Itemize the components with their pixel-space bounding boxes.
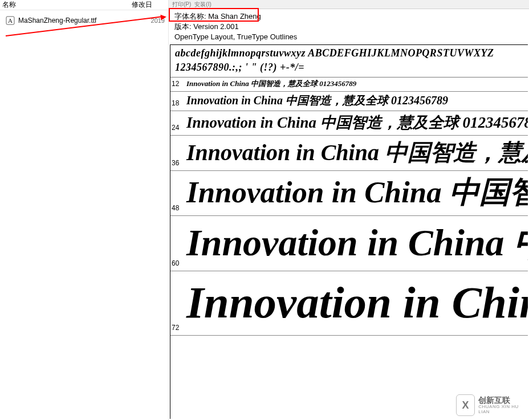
- sample-row: 18Innovation in China 中国智造，慧及全球 01234567…: [170, 92, 528, 111]
- sample-size-label: 12: [170, 80, 184, 90]
- watermark-mark-icon: X: [456, 394, 475, 416]
- sample-size-label: 72: [170, 324, 184, 334]
- font-name-value: Ma Shan Zheng: [208, 12, 261, 21]
- sample-text: Innovation in China 中: [184, 272, 528, 334]
- sample-row: 60Innovation in China 中国: [170, 216, 528, 271]
- file-year: 2019: [145, 17, 168, 24]
- svg-text:A: A: [8, 17, 13, 24]
- font-version-line: 版本: Version 2.001: [174, 22, 523, 32]
- sample-rows-container: 12Innovation in China 中国智造，慧及全球 01234567…: [170, 78, 528, 336]
- column-header-modified[interactable]: 修改日: [132, 0, 166, 10]
- watermark-cn: 创新互联: [478, 396, 524, 405]
- font-name-label: 字体名称:: [174, 12, 206, 21]
- font-preview-area: abcdefghijklmnopqrstuvwxyz ABCDEFGHIJKLM…: [170, 44, 528, 419]
- sample-row: 72Innovation in China 中: [170, 271, 528, 336]
- sample-row: 24Innovation in China 中国智造，慧及全球 01234567…: [170, 111, 528, 136]
- font-version-label: 版本:: [174, 22, 192, 31]
- font-version-value: Version 2.001: [193, 22, 239, 31]
- watermark-logo: X 创新互联 CHUANG XIN HU LIAN: [456, 394, 524, 417]
- charset-line-2: 1234567890.:,; ' " (!?) +-*/=: [170, 59, 528, 74]
- sample-row: 12Innovation in China 中国智造，慧及全球 01234567…: [170, 78, 528, 92]
- sample-text: Innovation in China 中国: [184, 217, 528, 270]
- font-tech-line: OpenType Layout, TrueType Outlines: [174, 32, 523, 42]
- font-file-icon: A: [6, 16, 15, 25]
- font-info-block: 字体名称: Ma Shan Zheng 版本: Version 2.001 Op…: [169, 9, 529, 43]
- sample-size-label: 18: [170, 99, 184, 109]
- watermark-en: CHUANG XIN HU LIAN: [478, 405, 524, 415]
- sample-size-label: 24: [170, 124, 184, 134]
- file-list-panel: 名称 修改日 A MaShanZheng-Regular.ttf 2019: [0, 0, 169, 420]
- sample-row: 36Innovation in China 中国智造，慧及: [170, 136, 528, 171]
- sample-size-label: 48: [170, 204, 184, 214]
- sample-text: Innovation in China 中国智造，慧及全球 0123456789: [184, 112, 528, 134]
- sample-row: 48Innovation in China 中国智造: [170, 171, 528, 216]
- file-name: MaShanZheng-Regular.ttf: [18, 17, 145, 25]
- file-list-header: 名称 修改日: [0, 0, 168, 10]
- sample-text: Innovation in China 中国智造: [184, 172, 528, 214]
- print-button[interactable]: 打印(P): [172, 1, 191, 9]
- sample-size-label: 60: [170, 259, 184, 270]
- file-row[interactable]: A MaShanZheng-Regular.ttf 2019: [0, 10, 168, 31]
- sample-text: Innovation in China 中国智造，慧及全球 0123456789: [184, 79, 528, 90]
- font-name-line: 字体名称: Ma Shan Zheng: [174, 11, 523, 22]
- install-button[interactable]: 安装(I): [194, 1, 211, 9]
- preview-toolbar: 打印(P) 安装(I): [169, 0, 529, 9]
- sample-size-label: 36: [170, 159, 184, 169]
- sample-text: Innovation in China 中国智造，慧及: [184, 137, 528, 169]
- charset-line-1: abcdefghijklmnopqrstuvwxyz ABCDEFGHIJKLM…: [170, 45, 528, 59]
- sample-text: Innovation in China 中国智造，慧及全球 0123456789: [184, 93, 528, 109]
- column-header-name[interactable]: 名称: [2, 0, 132, 10]
